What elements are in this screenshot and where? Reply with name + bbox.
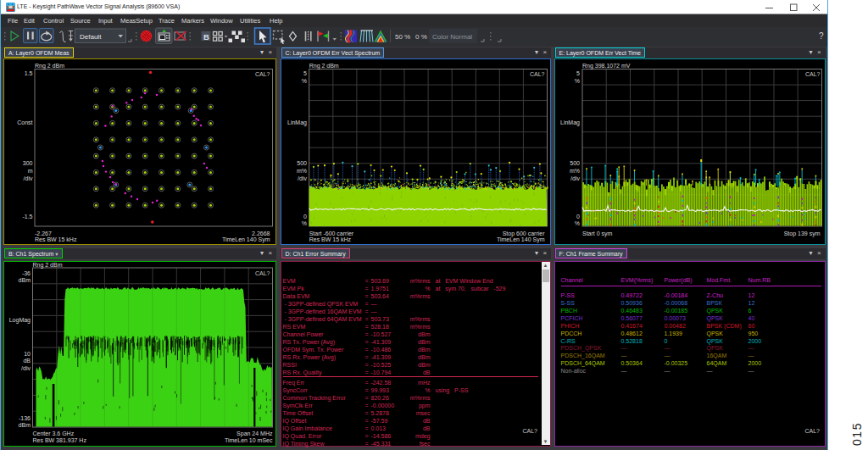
svg-text:/div: /div: [23, 175, 32, 181]
svg-text:-1.5: -1.5: [22, 214, 32, 219]
svg-text:%: %: [302, 220, 307, 226]
svg-text:?: ?: [819, 31, 824, 41]
svg-text:Rng 398.1072 mV: Rng 398.1072 mV: [582, 63, 631, 69]
svg-text:CAL?: CAL?: [254, 270, 270, 276]
svg-text:-36: -36: [21, 270, 30, 276]
svg-text:Stop 139 sym: Stop 139 sym: [784, 230, 821, 236]
svg-text:/div: /div: [570, 175, 580, 181]
svg-text:dBm: dBm: [18, 422, 31, 428]
svg-text:10: 10: [24, 351, 31, 357]
svg-text:Res BW 15 kHz: Res BW 15 kHz: [35, 236, 77, 242]
svg-text:-2.267: -2.267: [35, 230, 52, 236]
svg-text:Rng 2 dBm: Rng 2 dBm: [309, 63, 339, 69]
svg-text:LogMag: LogMag: [8, 317, 30, 324]
svg-text:Start 0 sym: Start 0 sym: [582, 230, 613, 236]
svg-text:Start -600 carrier: Start -600 carrier: [309, 230, 354, 236]
svg-text:Rng 2 dBm: Rng 2 dBm: [32, 262, 62, 269]
svg-text:0 %: 0 %: [415, 32, 427, 40]
svg-text:LinMag: LinMag: [287, 119, 307, 126]
svg-text:%: %: [575, 78, 580, 84]
svg-text:Res BW 381.937 Hz: Res BW 381.937 Hz: [32, 437, 86, 443]
svg-text:m%: m%: [297, 168, 307, 174]
svg-text:Span 24 MHz: Span 24 MHz: [236, 431, 273, 437]
svg-text:Default: Default: [80, 32, 102, 40]
svg-text:%: %: [575, 220, 580, 226]
svg-text:TimeLen 10 mSec: TimeLen 10 mSec: [224, 437, 272, 443]
svg-text:%: %: [302, 78, 307, 84]
svg-text:LinMag: LinMag: [560, 119, 580, 126]
svg-text:2.2668: 2.2668: [252, 230, 270, 236]
svg-text:300: 300: [22, 160, 32, 166]
svg-text:1.5: 1.5: [24, 70, 32, 76]
svg-text:-136: -136: [18, 415, 30, 421]
svg-text:CAL?: CAL?: [530, 71, 545, 77]
svg-text:m: m: [27, 168, 32, 174]
svg-text:50 %: 50 %: [395, 32, 410, 40]
svg-text:CAL?: CAL?: [805, 71, 821, 77]
svg-text:Rng 2 dBm: Rng 2 dBm: [35, 63, 64, 69]
svg-text:5: 5: [576, 70, 580, 76]
svg-text:dB: dB: [23, 358, 31, 364]
svg-text:0: 0: [303, 214, 307, 219]
svg-text:500: 500: [297, 160, 307, 166]
svg-text:m%: m%: [570, 168, 580, 174]
svg-text:dBm: dBm: [18, 277, 31, 283]
svg-text:500: 500: [570, 160, 580, 166]
svg-text:CAL?: CAL?: [254, 71, 270, 77]
svg-text:TimeLen 140 Sym: TimeLen 140 Sym: [497, 236, 545, 242]
svg-text:/div: /div: [21, 365, 31, 371]
svg-text:5: 5: [303, 70, 307, 76]
svg-text:Center 3.6 GHz: Center 3.6 GHz: [32, 431, 74, 436]
svg-text:/div: /div: [298, 175, 307, 181]
svg-text:B: B: [203, 31, 209, 41]
svg-text:TimeLen 140 Sym: TimeLen 140 Sym: [221, 236, 270, 242]
svg-text:Const: Const: [17, 119, 32, 125]
svg-text:Res BW 15 kHz: Res BW 15 kHz: [309, 236, 352, 242]
svg-text:0: 0: [576, 214, 580, 219]
svg-text:Color Normal: Color Normal: [432, 32, 472, 40]
